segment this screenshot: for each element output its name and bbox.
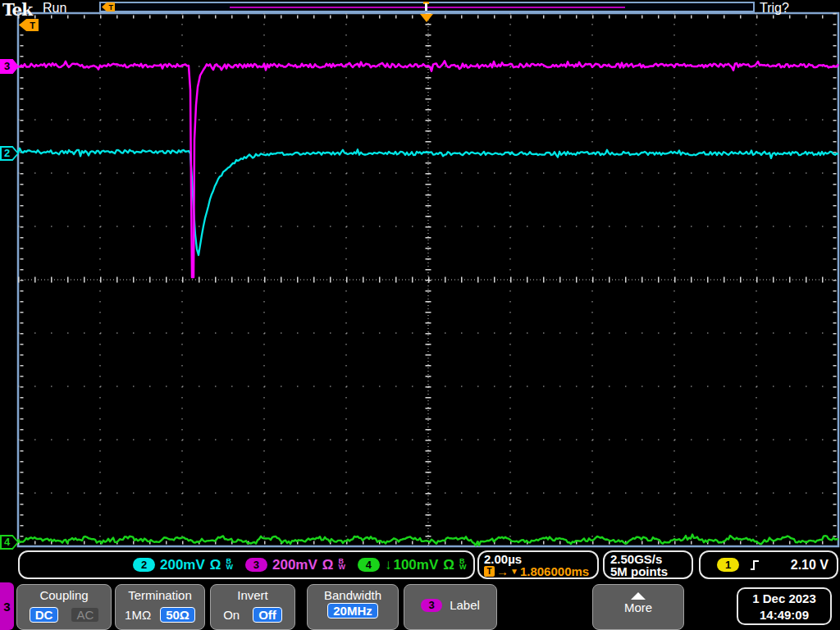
graticule	[18, 13, 838, 546]
channel4-invert-icon: ↓	[385, 557, 392, 573]
bandwidth-button[interactable]: Bandwidth 20MHz	[307, 584, 399, 630]
waveform-display	[0, 0, 840, 630]
channel3-scale: 200mV	[272, 557, 317, 573]
invert-button[interactable]: Invert On Off	[210, 584, 295, 630]
sample-rate: 2.50GS/s	[610, 553, 692, 565]
date-value: 1 Dec 2023	[738, 591, 830, 607]
more-up-icon	[631, 592, 646, 600]
channel4-readout[interactable]: 4 ↓ 100mV Ω BW	[358, 557, 466, 573]
rising-edge-icon	[749, 559, 760, 572]
tek-logo: Tek	[2, 0, 32, 20]
channel2-bw-limit: BW	[226, 559, 233, 570]
record-trigger-position[interactable]	[425, 3, 427, 11]
channel4-scale: 100mV	[393, 557, 438, 573]
acquisition-readout[interactable]: 2.50GS/s 5M points	[603, 550, 693, 579]
channel-readouts[interactable]: 2 200mV Ω BW 3 200mV Ω BW 4 ↓ 100mV Ω BW	[18, 550, 475, 579]
bandwidth-value-option[interactable]: 20MHz	[327, 603, 378, 619]
channel4-badge: 4	[358, 558, 380, 572]
termination-button[interactable]: Termination 1MΩ 50Ω	[115, 584, 205, 630]
channel2-badge: 2	[133, 558, 155, 572]
coupling-dc-option[interactable]: DC	[30, 607, 59, 623]
channel4-marker[interactable]: 4	[0, 535, 19, 550]
trigger-delay-icon: T	[484, 566, 495, 577]
trigger-source-badge: 1	[717, 558, 739, 572]
channel2-readout[interactable]: 2 200mV Ω BW	[133, 557, 233, 573]
channel3-badge: 3	[245, 558, 267, 572]
coupling-button[interactable]: Coupling DC AC	[16, 584, 112, 630]
invert-on-option[interactable]: On	[223, 608, 240, 622]
trace-channel3	[18, 61, 838, 277]
delay-arrow-icon: →	[496, 565, 509, 578]
delay-marker-icon: ▼	[510, 565, 518, 578]
record-length: 5M points	[610, 565, 692, 578]
termination-1meg-option[interactable]: 1MΩ	[125, 608, 151, 622]
record-view-bar[interactable]: T	[99, 2, 755, 12]
datetime-display: 1 Dec 2023 14:49:09	[737, 587, 832, 625]
coupling-ac-option[interactable]: AC	[71, 608, 98, 622]
trigger-status: Trig?	[760, 1, 789, 16]
menu-channel-tab: 3	[0, 582, 14, 630]
channel3-marker[interactable]: 3	[0, 59, 19, 74]
label-button[interactable]: 3 Label	[404, 584, 497, 630]
acquisition-status: Run	[43, 1, 66, 16]
channel3-readout[interactable]: 3 200mV Ω BW	[245, 557, 345, 573]
horizontal-scale: 2.00µs	[484, 553, 597, 565]
invert-off-option[interactable]: Off	[253, 607, 282, 623]
label-channel-badge: 3	[421, 599, 442, 612]
channel3-bw-limit: BW	[338, 559, 345, 570]
trigger-position-marker[interactable]	[420, 14, 433, 22]
channel2-marker[interactable]: 2	[0, 146, 19, 161]
time-value: 14:49:09	[738, 607, 830, 623]
horizontal-delay-value: 1.806000ms	[520, 565, 589, 578]
termination-50ohm-option[interactable]: 50Ω	[160, 607, 195, 623]
trigger-readout[interactable]: 1 2.10 V	[699, 550, 838, 579]
channel4-impedance: Ω	[443, 557, 454, 573]
record-waveform-overview	[230, 7, 625, 8]
channel3-impedance: Ω	[322, 557, 334, 573]
channel4-bw-limit: BW	[459, 559, 467, 570]
channel2-scale: 200mV	[160, 557, 205, 573]
trigger-level-value: 2.10 V	[791, 558, 829, 573]
more-button[interactable]: More	[592, 584, 684, 630]
channel2-impedance: Ω	[210, 557, 221, 573]
record-trigger-icon: T	[102, 2, 115, 11]
horizontal-readout[interactable]: 2.00µs T → ▼ 1.806000ms	[477, 550, 599, 579]
